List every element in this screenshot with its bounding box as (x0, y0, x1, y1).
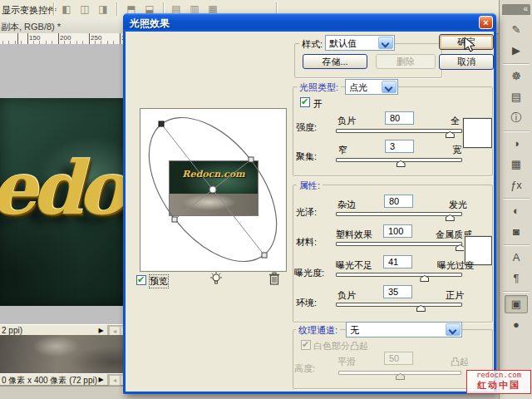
exposure-slider[interactable] (336, 271, 462, 282)
align-vertical-centers-icon[interactable]: ◫ (78, 3, 91, 15)
preview-thumbnail: Redocn.com (169, 160, 259, 216)
style-group-label: 样式: (299, 38, 325, 51)
canvas-pasteboard[interactable]: edoc edoc (0, 44, 133, 324)
height-label: 高度: (294, 362, 315, 375)
exposure-input[interactable] (383, 255, 412, 268)
texture-channel-label: 纹理通道: (296, 324, 340, 337)
cancel-button[interactable]: 取消 (439, 54, 494, 70)
slider-track (336, 273, 462, 277)
horizontal-ruler: 15020025030 (0, 33, 133, 45)
layer-comps-icon[interactable]: ◐ (505, 202, 528, 220)
chevron-down-icon[interactable] (446, 323, 461, 336)
color-icon[interactable]: ◑ (505, 135, 528, 153)
style-select[interactable]: 默认值 (325, 35, 395, 51)
white-is-high-label: 白色部分凸起 (313, 340, 368, 352)
show-transform-controls-label: 显示变换控件 (2, 4, 57, 17)
focus-slider[interactable] (336, 156, 462, 167)
light-type-value: 点光 (349, 81, 367, 94)
focus-label: 聚集: (296, 150, 317, 163)
zoom-info-text: 2 ppi) (2, 326, 22, 335)
align-top-edges-icon[interactable]: ◧ (60, 3, 73, 15)
ruler-tick-label: 150 (29, 34, 40, 42)
channels-icon[interactable]: ◙ (505, 223, 528, 241)
status-menu-arrow-icon[interactable]: ▶ (96, 375, 106, 384)
status-menu-arrow-icon[interactable]: ▶ (96, 326, 106, 335)
slider-track (336, 242, 462, 246)
chevron-down-icon[interactable] (382, 81, 397, 93)
ellipse-handle (262, 253, 267, 258)
thumbnail-upper: Redocn.com (170, 161, 258, 194)
scroll-left-icon[interactable]: ◄ (109, 375, 121, 386)
histogram-icon[interactable]: ▤ (505, 88, 528, 106)
document-size-text: 0 像素 x 400 像素 (72 ppi) (2, 375, 97, 387)
texture-channel-value: 无 (350, 324, 359, 337)
character-icon[interactable]: A (505, 249, 528, 267)
navigator-icon[interactable]: ☸ (505, 67, 528, 86)
dock-separator (503, 291, 530, 292)
dock-separator (503, 244, 530, 245)
texture-document-canvas[interactable] (0, 335, 133, 373)
paths-icon[interactable]: ● (505, 316, 528, 334)
intensity-max-label: 全 (451, 115, 460, 127)
ambience-slider[interactable] (336, 301, 462, 312)
dock-icons: ✎▶☸▤ⓘ◑▦ƒx◐◙A¶▣● (500, 18, 532, 336)
ruler-tick-label: 200 (60, 34, 71, 42)
palette-dock: « ✎▶☸▤ⓘ◑▦ƒx◐◙A¶▣● (499, 0, 532, 399)
brushes-icon[interactable]: ✎ (505, 21, 528, 39)
ellipse-handle (172, 217, 177, 222)
light-on-checkbox[interactable]: ✔ (300, 97, 310, 107)
align-bottom-edges-icon[interactable]: ◨ (96, 3, 110, 15)
intensity-input[interactable] (385, 111, 414, 125)
chevron-down-icon[interactable] (378, 37, 393, 49)
light-bulb-icon[interactable] (209, 271, 224, 286)
light-on-label: 开 (313, 98, 323, 111)
trash-icon[interactable] (267, 271, 282, 286)
document-title: 副本, RGB/8) * (1, 21, 61, 33)
texture-channel-select[interactable]: 无 (346, 322, 462, 337)
layers-icon[interactable]: ▣ (505, 295, 528, 313)
focus-max-label: 宽 (452, 144, 461, 156)
style-select-value: 默认值 (329, 37, 357, 50)
exposure-label: 曝光度: (294, 267, 324, 279)
height-min-label: 平滑 (337, 356, 356, 368)
watermark: redocn.com 红动中国 (466, 370, 531, 394)
document-canvas-image[interactable]: edoc edoc (0, 98, 126, 306)
dock-separator (503, 63, 530, 64)
gloss-max-label: 发光 (449, 199, 467, 211)
material-input[interactable] (383, 224, 412, 238)
intensity-slider[interactable] (336, 127, 462, 138)
toolbar-separator (116, 2, 117, 16)
focus-min-label: 窄 (338, 144, 347, 156)
preview-checkbox-label[interactable]: 预览 (150, 275, 168, 288)
mouse-cursor (464, 37, 477, 53)
white-is-high-checkbox[interactable]: ✔ (301, 340, 311, 350)
height-max-label: 凸起 (451, 356, 469, 368)
focus-input[interactable] (385, 140, 414, 153)
light-preview-area[interactable]: Redocn.com (140, 108, 287, 272)
material-slider[interactable] (336, 240, 462, 251)
gloss-input[interactable] (384, 195, 413, 208)
delete-style-button[interactable]: 删除 (376, 54, 436, 69)
ambience-max-label: 正片 (446, 289, 464, 302)
preview-checkbox[interactable]: ✔ (136, 275, 146, 285)
height-slider (338, 369, 461, 380)
slider-track (336, 129, 462, 133)
light-color-swatch[interactable] (463, 118, 492, 148)
gloss-slider[interactable] (336, 210, 462, 221)
height-input (384, 352, 413, 365)
paragraph-icon[interactable]: ¶ (505, 269, 528, 288)
toolbar-separator (53, 2, 54, 16)
dock-collapse-button[interactable]: « (502, 4, 530, 15)
info-icon[interactable]: ⓘ (505, 109, 528, 127)
styles-icon[interactable]: ƒx (505, 176, 528, 195)
check-icon: ✔ (301, 96, 308, 107)
check-icon: ✔ (302, 339, 309, 350)
properties-label: 属性: (297, 180, 323, 192)
tool-presets-icon[interactable]: ▶ (505, 42, 528, 60)
intensity-min-label: 负片 (337, 115, 356, 127)
save-style-button[interactable]: 存储... (303, 54, 367, 69)
ambience-input[interactable] (383, 285, 412, 298)
swatches-icon[interactable]: ▦ (505, 155, 528, 174)
watermark-url: redocn.com (467, 371, 530, 380)
light-type-select[interactable]: 点光 (345, 79, 398, 95)
